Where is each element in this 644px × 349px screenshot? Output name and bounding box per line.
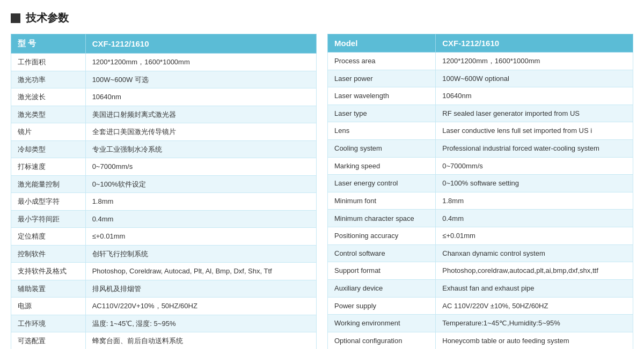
- table-row: 激光类型美国进口射频封离式激光器: [11, 106, 317, 123]
- table-row: Laser wavelength10640nm: [328, 87, 633, 105]
- table-row: 控制软件创轩飞行控制系统: [11, 245, 317, 263]
- table-row: Optional configurationHoneycomb table or…: [328, 332, 633, 349]
- table-row: Laser energy control0~100% software sett…: [328, 175, 633, 192]
- english-header-col1: Model: [328, 34, 436, 53]
- table-row: 最小字符间距0.4mm: [11, 210, 317, 228]
- table-row: 最小成型字符1.8mm: [11, 193, 317, 211]
- table-row: 激光波长10640nm: [11, 88, 317, 106]
- table-row: Cooling systemProfessional industrial fo…: [328, 140, 633, 158]
- table-row: 辅助装置排风机及排烟管: [11, 280, 317, 298]
- chinese-header-col2: CXF-1212/1610: [85, 34, 316, 54]
- table-row: 激光功率100W~600W 可选: [11, 71, 317, 88]
- page-title: 技术参数: [11, 11, 633, 25]
- table-row: Minimum font1.8mm: [328, 192, 633, 210]
- table-row: 支持软件及格式Photoshop, Coreldraw, Autocad, Pl…: [11, 263, 317, 280]
- table-row: 激光能量控制0~100%软件设定: [11, 175, 317, 193]
- table-row: 定位精度≤+0.01mm: [11, 228, 317, 246]
- english-spec-table: Model CXF-1212/1610 Process area1200*120…: [327, 34, 633, 349]
- table-row: Support formatPhotoshop,coreldraw,autoca…: [328, 262, 633, 280]
- table-row: Marking speed0~7000mm/s: [328, 157, 633, 175]
- table-row: Minimum character space0.4mm: [328, 210, 633, 227]
- table-row: Laser power100W~600W optional: [328, 70, 633, 87]
- table-row: 电源AC110V/220V+10%，50HZ/60HZ: [11, 298, 317, 315]
- table-row: Working environmentTemperature:1~45℃,Hum…: [328, 315, 633, 332]
- title-icon: [11, 13, 20, 23]
- table-row: 镜片全套进口美国激光传导镜片: [11, 123, 317, 141]
- table-row: 可选配置蜂窝台面、前后自动送料系统: [11, 332, 317, 350]
- table-row: Laser typeRF sealed laser generator impo…: [328, 105, 633, 122]
- table-row: Process area1200*1200mm，1600*1000mm: [328, 53, 633, 70]
- table-row: Positioning accuracy≤+0.01mm: [328, 227, 633, 245]
- table-row: 工作面积1200*1200mm，1600*1000mm: [11, 54, 317, 71]
- chinese-spec-table: 型 号 CXF-1212/1610 工作面积1200*1200mm，1600*1…: [11, 34, 317, 349]
- chinese-header-col1: 型 号: [11, 34, 86, 54]
- table-row: Control softwareChanxan dynamic control …: [328, 244, 633, 262]
- table-row: 工作环境温度: 1~45℃, 湿度: 5~95%: [11, 315, 317, 332]
- table-row: 打标速度0~7000mm/s: [11, 158, 317, 176]
- table-row: Power supplyAC 110V/220V ±10%, 50HZ/60HZ: [328, 297, 633, 315]
- table-row: 冷却类型专业工业强制水冷系统: [11, 140, 317, 158]
- english-header-col2: CXF-1212/1610: [436, 34, 633, 53]
- table-row: Auxiliary deviceExhaust fan and exhaust …: [328, 279, 633, 297]
- table-row: LensLaser conductive lens full set impor…: [328, 122, 633, 140]
